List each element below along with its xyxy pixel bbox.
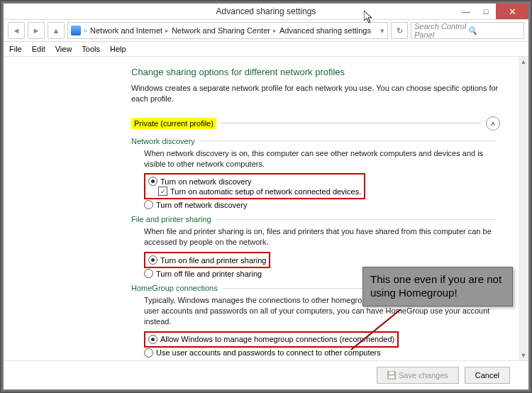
radio-nd-on[interactable] [148, 177, 157, 186]
fp-off-label: Turn off file and printer sharing [156, 270, 262, 278]
nd-on-label: Turn on network discovery [160, 177, 252, 186]
menu-tools[interactable]: Tools [82, 45, 100, 53]
collapse-icon[interactable]: ʌ [486, 116, 500, 131]
highlight-box: Turn on network discovery ✓Turn on autom… [144, 173, 365, 199]
radio-hg-user[interactable] [144, 348, 153, 358]
svg-rect-3 [389, 376, 394, 379]
nav-bar: ◄ ► ▲ « Network and Internet▸ Network an… [4, 20, 528, 42]
content-area: ▲ ▼ Change sharing options for different… [4, 57, 528, 360]
highlight-box: Allow Windows to manage homegroup connec… [144, 331, 399, 348]
page-heading: Change sharing options for different net… [131, 67, 500, 77]
radio-fp-off[interactable] [144, 269, 153, 278]
window-title: Advanced sharing settings [216, 6, 316, 16]
radio-fp-on[interactable] [148, 255, 157, 265]
minimize-button[interactable]: — [456, 4, 476, 19]
save-label: Save changes [399, 371, 448, 380]
footer: Save changes Cancel [4, 360, 528, 389]
hg-user-label: Use user accounts and passwords to conne… [156, 348, 381, 357]
menu-help[interactable]: Help [110, 45, 126, 53]
cancel-label: Cancel [475, 371, 499, 380]
maximize-button[interactable]: □ [476, 4, 496, 19]
save-button[interactable]: Save changes [377, 367, 459, 384]
highlight-box: Turn on file and printer sharing [144, 252, 270, 268]
close-button[interactable]: ✕ [496, 4, 528, 19]
annotation-callout: This one even if you are not using Homeg… [362, 267, 513, 306]
title-bar: Advanced sharing settings — □ ✕ [4, 4, 528, 20]
menu-edit[interactable]: Edit [32, 45, 45, 53]
nd-off-label: Turn off network discovery [156, 201, 247, 209]
nd-desc: When network discovery is on, this compu… [144, 148, 500, 170]
crumb[interactable]: Advanced sharing settings [279, 26, 371, 35]
refresh-button[interactable]: ↻ [391, 22, 408, 39]
profile-private-header[interactable]: Private (current profile) ʌ [131, 116, 500, 131]
crumb[interactable]: Network and Sharing Center [172, 26, 270, 35]
radio-hg-allow[interactable] [148, 335, 157, 344]
save-icon [387, 371, 396, 380]
forward-button[interactable]: ► [28, 22, 45, 39]
nd-auto-label: Turn on automatic setup of network conne… [170, 187, 361, 196]
profile-private-label: Private (current profile) [131, 118, 216, 129]
section-network-discovery: Network discovery [131, 137, 500, 145]
search-input[interactable]: Search Control Panel 🔍 [411, 22, 524, 39]
fp-on-label: Turn on file and printer sharing [160, 256, 266, 265]
breadcrumb[interactable]: « Network and Internet▸ Network and Shar… [67, 22, 388, 39]
intro-text: Windows creates a separate network profi… [131, 83, 500, 104]
scrollbar[interactable]: ▲ ▼ [519, 57, 528, 360]
menu-file[interactable]: File [9, 45, 22, 53]
radio-nd-off[interactable] [144, 200, 153, 209]
svg-rect-2 [389, 372, 394, 375]
hg-allow-label: Allow Windows to manage homegroup connec… [160, 335, 394, 343]
search-placeholder: Search Control Panel [414, 22, 467, 39]
control-panel-icon [71, 26, 81, 35]
fp-desc: When file and printer sharing is on, fil… [144, 226, 500, 248]
section-file-printer: File and printer sharing [131, 215, 500, 223]
search-icon: 🔍 [467, 26, 521, 35]
menu-view[interactable]: View [55, 45, 72, 53]
checkbox-nd-auto[interactable]: ✓ [158, 187, 167, 196]
back-button[interactable]: ◄ [8, 22, 25, 39]
up-button[interactable]: ▲ [48, 22, 65, 39]
menu-bar: File Edit View Tools Help [4, 42, 528, 57]
cancel-button[interactable]: Cancel [465, 367, 510, 384]
crumb[interactable]: Network and Internet [90, 26, 162, 35]
